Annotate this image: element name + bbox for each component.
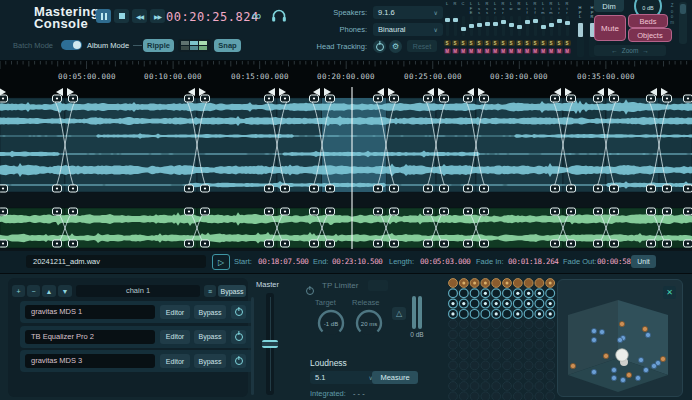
limiter-power-button[interactable] bbox=[306, 281, 314, 299]
plugin-editor-button[interactable]: Editor bbox=[160, 305, 190, 319]
grid-led[interactable] bbox=[524, 310, 533, 319]
grid-led[interactable] bbox=[492, 392, 501, 400]
grid-led[interactable] bbox=[449, 361, 458, 370]
crossfade-handle[interactable] bbox=[567, 95, 576, 102]
grid-led[interactable] bbox=[503, 392, 512, 400]
grid-led[interactable] bbox=[481, 361, 490, 370]
grid-led[interactable] bbox=[503, 279, 512, 288]
crossfade-handle[interactable] bbox=[53, 208, 62, 215]
grid-led[interactable] bbox=[481, 392, 490, 400]
grid-led[interactable] bbox=[492, 320, 501, 329]
crossfade-handle[interactable] bbox=[647, 185, 656, 192]
crossfade-handle[interactable] bbox=[69, 240, 78, 247]
album-mode-toggle[interactable] bbox=[61, 40, 82, 50]
crossfade-handle[interactable] bbox=[647, 208, 656, 215]
audio-object-dot[interactable] bbox=[617, 337, 622, 342]
grid-led[interactable] bbox=[481, 320, 490, 329]
crossfade-handle[interactable] bbox=[0, 240, 8, 247]
solo-button[interactable]: S bbox=[460, 40, 467, 46]
grid-led[interactable] bbox=[449, 310, 458, 319]
audio-clip[interactable] bbox=[277, 98, 322, 192]
grid-led[interactable] bbox=[546, 371, 555, 380]
audio-clip[interactable] bbox=[197, 98, 277, 192]
grid-led[interactable] bbox=[470, 340, 479, 349]
grid-led[interactable] bbox=[503, 330, 512, 339]
grid-led[interactable] bbox=[513, 340, 522, 349]
crossfade-handle[interactable] bbox=[185, 95, 194, 102]
grid-led[interactable] bbox=[459, 351, 468, 360]
crossfade-handle[interactable] bbox=[53, 240, 62, 247]
crossfade-handle[interactable] bbox=[53, 185, 62, 192]
solo-button[interactable]: S bbox=[524, 40, 531, 46]
crossfade-handle[interactable] bbox=[390, 240, 399, 247]
grid-led[interactable] bbox=[546, 330, 555, 339]
grid-led[interactable] bbox=[546, 310, 555, 319]
mute-button[interactable]: M bbox=[532, 48, 539, 54]
mute-button[interactable]: M bbox=[556, 48, 563, 54]
crossfade-handle[interactable] bbox=[663, 95, 672, 102]
audio-clip[interactable] bbox=[0, 98, 65, 192]
mute-button[interactable]: M bbox=[516, 48, 523, 54]
crossfade-handle[interactable] bbox=[594, 240, 603, 247]
grid-led[interactable] bbox=[459, 392, 468, 400]
crossfade-handle[interactable] bbox=[610, 208, 619, 215]
crossfade-handle[interactable] bbox=[310, 240, 319, 247]
head-tracking-settings-button[interactable]: ⚙ bbox=[389, 40, 402, 53]
grid-led[interactable] bbox=[481, 310, 490, 319]
grid-led[interactable] bbox=[546, 392, 555, 400]
layout-blocks-icon[interactable] bbox=[178, 39, 211, 52]
crossfade-handle[interactable] bbox=[53, 95, 62, 102]
grid-led[interactable] bbox=[546, 361, 555, 370]
grid-led[interactable] bbox=[513, 361, 522, 370]
plugin-bypass-button[interactable]: Bypass bbox=[194, 305, 226, 319]
end-value[interactable]: 00:23:10.500 bbox=[332, 257, 383, 266]
channel-fader[interactable] bbox=[510, 16, 513, 36]
audio-object-dot[interactable] bbox=[660, 356, 665, 361]
grid-led[interactable] bbox=[535, 299, 544, 308]
channel-fader[interactable] bbox=[566, 16, 569, 36]
crossfade-handle[interactable] bbox=[390, 185, 399, 192]
crossfade-handle[interactable] bbox=[374, 208, 383, 215]
grid-led[interactable] bbox=[449, 320, 458, 329]
audio-object-dot[interactable] bbox=[642, 326, 647, 331]
crossfade-handle[interactable] bbox=[201, 185, 210, 192]
grid-led[interactable] bbox=[546, 340, 555, 349]
solo-button[interactable]: S bbox=[548, 40, 555, 46]
grid-led[interactable] bbox=[503, 371, 512, 380]
crossfade-handle[interactable] bbox=[265, 185, 274, 192]
channel-fader[interactable] bbox=[494, 16, 497, 36]
crossfade-handle[interactable] bbox=[374, 95, 383, 102]
crossfade-handle[interactable] bbox=[594, 208, 603, 215]
crossfade-handle[interactable] bbox=[647, 95, 656, 102]
grid-led[interactable] bbox=[492, 330, 501, 339]
grid-led[interactable] bbox=[503, 361, 512, 370]
grid-led[interactable] bbox=[470, 279, 479, 288]
mute-button[interactable]: M bbox=[452, 48, 459, 54]
audio-object-dot[interactable] bbox=[619, 321, 624, 326]
plugin-name-field[interactable]: TB Equalizer Pro 2 bbox=[25, 330, 155, 344]
start-value[interactable]: 00:18:07.500 bbox=[258, 257, 309, 266]
crossfade-handle[interactable] bbox=[551, 208, 560, 215]
grid-led[interactable] bbox=[535, 392, 544, 400]
plugin-editor-button[interactable]: Editor bbox=[160, 330, 190, 344]
channel-fader[interactable] bbox=[478, 16, 481, 36]
solo-button[interactable]: S bbox=[532, 40, 539, 46]
grid-led[interactable] bbox=[459, 330, 468, 339]
solo-button[interactable]: S bbox=[484, 40, 491, 46]
add-plugin-button[interactable]: + bbox=[12, 285, 25, 297]
audio-object-dot[interactable] bbox=[651, 363, 656, 368]
chain-menu-button[interactable]: ≡ bbox=[204, 285, 216, 297]
crossfade-handle[interactable] bbox=[480, 208, 489, 215]
move-down-button[interactable]: ▼ bbox=[58, 285, 72, 297]
grid-led[interactable] bbox=[492, 382, 501, 391]
crossfade-handle[interactable] bbox=[440, 240, 449, 247]
grid-led[interactable] bbox=[524, 382, 533, 391]
timeline-area[interactable]: 00:05:00.00000:10:00.00000:15:00.00000:2… bbox=[0, 61, 692, 251]
grid-led[interactable] bbox=[470, 382, 479, 391]
master-fader-handle[interactable] bbox=[262, 340, 278, 348]
plugin-power-button[interactable] bbox=[231, 354, 246, 368]
crossfade-handle[interactable] bbox=[610, 95, 619, 102]
solo-button[interactable]: S bbox=[444, 40, 451, 46]
audio-object-dot[interactable] bbox=[645, 332, 650, 337]
grid-led[interactable] bbox=[503, 299, 512, 308]
